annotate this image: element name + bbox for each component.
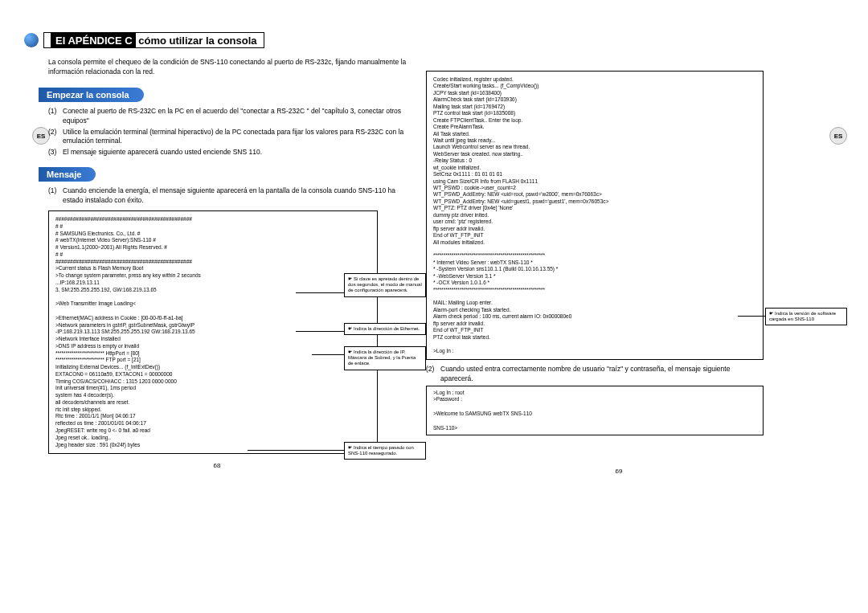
callout-line — [296, 331, 344, 332]
callout-line — [248, 450, 344, 451]
section-mensaje: Mensaje — [39, 167, 96, 182]
callout-line — [296, 292, 344, 293]
appendix-title-row: El APÉNDICE C cómo utilizar la consola — [24, 32, 410, 48]
callout-line — [312, 354, 344, 355]
callout-time: Indica el tiempo pasado con SNS-110 reas… — [344, 442, 426, 460]
page-number-left: 68 — [24, 462, 410, 469]
empezar-steps: (1)Conecte al puerto de RS-232C en la PC… — [48, 107, 410, 157]
mensaje-intro: (1)Cuando enciende la energía, el mensaj… — [48, 186, 410, 206]
callout-ethernet: Indica la dirección de Ethernet. — [344, 323, 426, 335]
console-output-right-top: Codec initialized, register updated. Cre… — [426, 71, 764, 360]
globe-icon — [24, 33, 39, 47]
step-text: El mensaje siguiente aparecerá cuando us… — [63, 148, 262, 157]
page-right: Codec initialized, register updated. Cre… — [426, 32, 812, 475]
step-num: (1) — [48, 107, 63, 126]
page-left: El APÉNDICE C cómo utilizar la consola L… — [24, 32, 410, 475]
page-number-right: 69 — [426, 468, 812, 475]
callout-version: Indica la versión de software cargada en… — [765, 308, 847, 325]
console-output-right-bottom: >Log In : root >Password : >Welcome to S… — [426, 386, 764, 436]
step-num: (1) — [48, 186, 63, 206]
step-text: Cuando enciende la energía, el mensaje s… — [63, 186, 410, 206]
section-empezar: Empezar la consola — [39, 88, 144, 102]
right-step2-row: (2)Cuando usted entra correctamente nomb… — [426, 365, 764, 384]
step-num: (2) — [48, 128, 63, 147]
callout-ip: Indica la dirección de IP, Máscara de Su… — [344, 346, 426, 370]
step-num: (3) — [48, 148, 63, 157]
step-num: (2) — [426, 365, 440, 384]
step-text: Conecte al puerto de RS-232C en la PC en… — [63, 107, 410, 126]
step-text: Utilice la emulación terminal (terminal … — [63, 128, 410, 147]
callout-line — [738, 316, 765, 317]
es-badge-right: ES — [829, 127, 847, 145]
page-spread: El APÉNDICE C cómo utilizar la consola L… — [0, 0, 868, 491]
intro-paragraph: La consola permite el chequeo de la cond… — [48, 58, 410, 77]
step-text: Cuando usted entra correctamente nombre … — [440, 365, 764, 384]
console-output-left: ########################################… — [48, 210, 378, 454]
appendix-title: El APÉNDICE C cómo utilizar la consola — [43, 32, 264, 48]
callout-key-pressed: Si clave es apretado dentro de dos segun… — [344, 273, 426, 297]
